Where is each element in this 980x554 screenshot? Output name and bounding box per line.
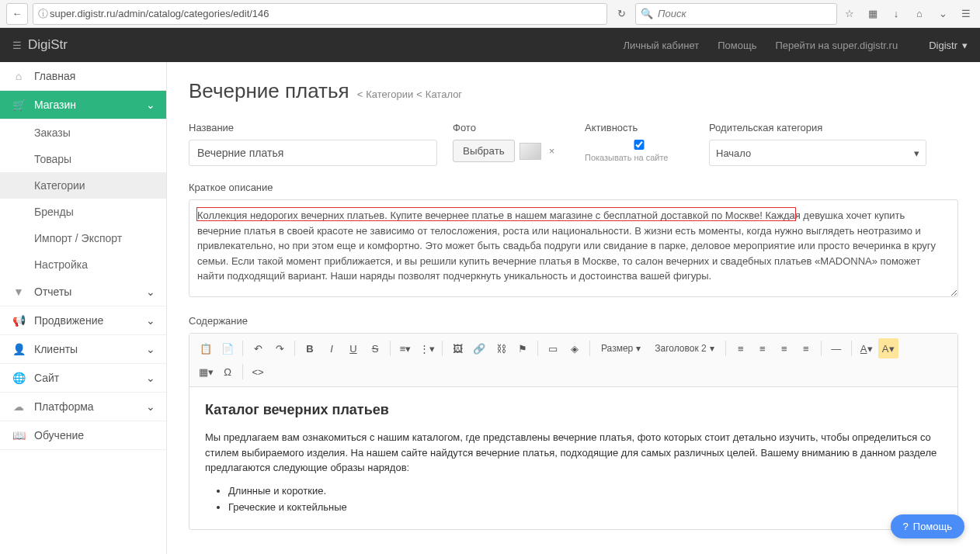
sidebar-item-reports[interactable]: ▼ Отчеты ⌄ xyxy=(0,278,166,306)
undo-icon[interactable]: ↶ xyxy=(248,338,268,358)
paste-icon[interactable]: 📄 xyxy=(217,338,238,358)
embed-icon[interactable]: ◈ xyxy=(565,338,585,358)
help-icon: ? xyxy=(903,521,909,532)
editor-list: Длинные и короткие. Греческие и коктейль… xyxy=(228,483,942,515)
sidebar-item-home[interactable]: ⌂ Главная xyxy=(0,62,166,91)
redo-icon[interactable]: ↷ xyxy=(269,338,290,358)
iframe-icon[interactable]: ▭ xyxy=(543,338,563,358)
download-icon[interactable]: ↓ xyxy=(888,6,904,22)
help-widget[interactable]: ? Помощь xyxy=(891,514,964,538)
topbar-link-site[interactable]: Перейти на super.digistr.ru xyxy=(775,40,898,51)
sidebar-item-promo[interactable]: 📢 Продвижение ⌄ xyxy=(0,306,166,335)
home-icon[interactable]: ⌂ xyxy=(912,6,927,22)
url-input[interactable] xyxy=(50,8,602,19)
align-justify-icon[interactable]: ≡ xyxy=(796,338,816,358)
sidebar-item-shop[interactable]: 🛒 Магазин ⌄ xyxy=(0,91,166,119)
editor-toolbar: 📋 📄 ↶ ↷ B I U S ≡▾ ⋮▾ 🖼 🔗 ⛓ xyxy=(189,334,957,387)
home-icon: ⌂ xyxy=(11,70,26,82)
chevron-down-icon: ⌄ xyxy=(146,400,155,413)
breadcrumb: <Категории<Каталог xyxy=(357,88,465,100)
chevron-down-icon: ▾ xyxy=(914,147,919,159)
pocket-icon[interactable]: ⌄ xyxy=(935,6,950,22)
topbar-link-cabinet[interactable]: Личный кабинет xyxy=(623,40,699,51)
menu-icon[interactable]: ☰ xyxy=(958,6,974,22)
page-header: Вечерние платья <Категории<Каталог xyxy=(189,79,958,103)
bullhorn-icon: 📢 xyxy=(11,314,26,327)
browser-chrome: ← ⓘ ↻ 🔍 ☆ ▦ ↓ ⌂ ⌄ ☰ xyxy=(0,0,980,28)
bullet-list-icon[interactable]: ≡▾ xyxy=(395,338,415,358)
photo-remove[interactable]: × xyxy=(546,145,558,157)
sidebar-item-site[interactable]: 🌐 Сайт ⌄ xyxy=(0,364,166,393)
search-icon: 🔍 xyxy=(641,8,653,19)
bookmark-icon[interactable]: ☆ xyxy=(842,6,857,22)
short-desc-textarea[interactable]: Коллекция недорогих вечерних платьев. Ку… xyxy=(189,199,958,297)
activity-hint: Показывать на сайте xyxy=(585,153,693,162)
rich-editor: 📋 📄 ↶ ↷ B I U S ≡▾ ⋮▾ 🖼 🔗 ⛓ xyxy=(189,333,958,530)
menu-toggle[interactable]: ☰ xyxy=(12,40,22,51)
book-icon: 📖 xyxy=(11,429,26,441)
size-combo[interactable]: Размер▾ xyxy=(595,338,647,358)
sidebar-item-learning[interactable]: 📖 Обучение xyxy=(0,421,166,450)
chevron-down-icon: ⌄ xyxy=(146,99,155,111)
hr-icon[interactable]: — xyxy=(826,338,846,358)
special-char-icon[interactable]: Ω xyxy=(217,362,238,382)
text-color-icon[interactable]: A▾ xyxy=(857,338,877,358)
strike-icon[interactable]: S xyxy=(365,338,385,358)
editor-paragraph: Мы предлагаем вам ознакомиться с нашим к… xyxy=(205,430,942,476)
underline-icon[interactable]: U xyxy=(343,338,363,358)
unlink-icon[interactable]: ⛓ xyxy=(491,338,511,358)
italic-icon[interactable]: I xyxy=(321,338,342,358)
parent-label: Родительская категория xyxy=(709,122,926,133)
bold-icon[interactable]: B xyxy=(300,338,320,358)
chevron-down-icon: ▾ xyxy=(962,40,968,51)
reload-button[interactable]: ↻ xyxy=(612,5,631,23)
short-desc-label: Краткое описание xyxy=(189,182,958,193)
numbered-list-icon[interactable]: ⋮▾ xyxy=(417,338,437,358)
sidebar-sub-import[interactable]: Импорт / Экспорт xyxy=(0,225,166,251)
copy-icon[interactable]: 📋 xyxy=(196,338,216,358)
topbar-link-help[interactable]: Помощь xyxy=(718,40,756,51)
anchor-icon[interactable]: ⚑ xyxy=(513,338,533,358)
cart-icon: 🛒 xyxy=(11,99,26,111)
align-right-icon[interactable]: ≡ xyxy=(774,338,794,358)
content-label: Содержание xyxy=(189,315,958,327)
sidebar-item-platform[interactable]: ☁ Платформа ⌄ xyxy=(0,393,166,421)
sidebar-sub-settings[interactable]: Настройка xyxy=(0,251,166,278)
photo-choose-button[interactable]: Выбрать xyxy=(453,140,515,162)
align-left-icon[interactable]: ≡ xyxy=(731,338,751,358)
parent-select[interactable]: Начало ▾ xyxy=(709,140,926,166)
user-icon: 👤 xyxy=(11,343,26,355)
globe-icon: 🌐 xyxy=(11,372,26,384)
editor-body[interactable]: Каталог вечерних платьев Мы предлагаем в… xyxy=(189,387,957,529)
chevron-down-icon: ⌄ xyxy=(146,343,155,355)
bg-color-icon[interactable]: A▾ xyxy=(878,338,898,358)
sidebar-item-clients[interactable]: 👤 Клиенты ⌄ xyxy=(0,335,166,364)
editor-heading: Каталог вечерних платьев xyxy=(205,400,942,421)
align-center-icon[interactable]: ≡ xyxy=(752,338,773,358)
content: Вечерние платья <Категории<Каталог Назва… xyxy=(167,62,980,554)
brand: DigiStr xyxy=(28,37,68,53)
heading-combo[interactable]: Заголовок 2▾ xyxy=(648,338,720,358)
browser-search[interactable]: 🔍 xyxy=(635,3,837,25)
sidebar-sub-brands[interactable]: Бренды xyxy=(0,199,166,225)
chevron-down-icon: ⌄ xyxy=(146,286,155,298)
url-bar[interactable]: ⓘ xyxy=(33,3,607,25)
page-title: Вечерние платья xyxy=(189,79,349,103)
sidebar-sub-products[interactable]: Товары xyxy=(0,146,166,172)
sidebar-icon[interactable]: ▦ xyxy=(865,6,881,22)
name-label: Название xyxy=(189,122,437,133)
sidebar-sub-orders[interactable]: Заказы xyxy=(0,119,166,146)
source-icon[interactable]: <> xyxy=(248,362,268,382)
activity-checkbox[interactable] xyxy=(585,140,693,150)
chevron-down-icon: ⌄ xyxy=(146,372,155,384)
user-menu[interactable]: Digistr ▾ xyxy=(929,40,968,51)
back-button[interactable]: ← xyxy=(6,3,28,25)
sidebar-sub-categories[interactable]: Категории xyxy=(0,172,166,199)
table-icon[interactable]: ▦▾ xyxy=(196,362,216,382)
image-icon[interactable]: 🖼 xyxy=(447,338,467,358)
list-item: Длинные и короткие. xyxy=(228,483,942,499)
name-input[interactable] xyxy=(189,140,437,166)
link-icon[interactable]: 🔗 xyxy=(469,338,489,358)
list-item: Греческие и коктейльные xyxy=(228,500,942,515)
search-input[interactable] xyxy=(658,8,832,19)
